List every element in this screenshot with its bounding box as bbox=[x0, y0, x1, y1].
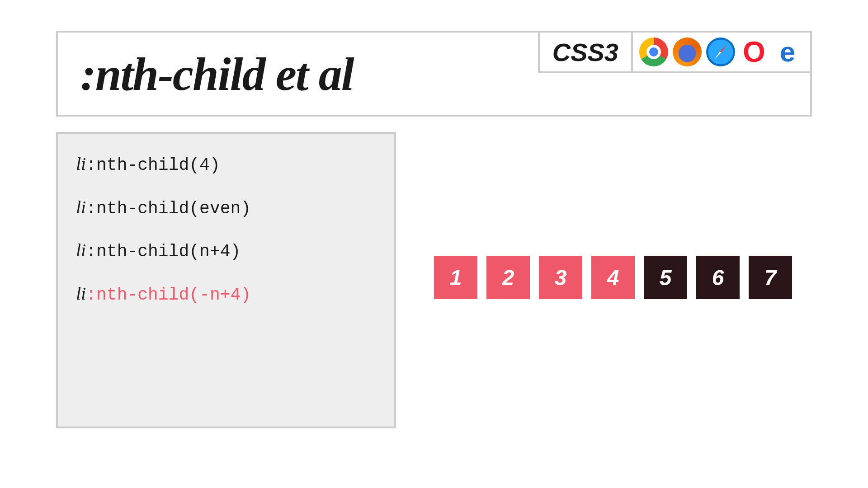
code-line: li:nth-child(n+4) bbox=[76, 240, 376, 262]
code-line: li:nth-child(4) bbox=[76, 154, 376, 175]
spec-label: CSS3 bbox=[538, 33, 631, 73]
browser-support: CSS3 O e bbox=[538, 33, 810, 115]
code-line-active: li:nth-child(-n+4) bbox=[76, 283, 376, 305]
list-item: 7 bbox=[749, 256, 792, 299]
list-item: 5 bbox=[644, 256, 687, 299]
safari-icon bbox=[706, 38, 735, 66]
header: :nth-child et al CSS3 O e bbox=[56, 31, 812, 117]
title-area: :nth-child et al bbox=[58, 33, 538, 115]
code-selector-element: li bbox=[76, 283, 86, 304]
code-selector-pseudo: :nth-child(even) bbox=[86, 199, 251, 218]
list-item: 4 bbox=[591, 256, 635, 299]
code-line: li:nth-child(even) bbox=[76, 197, 376, 219]
list-item: 6 bbox=[696, 256, 740, 299]
firefox-icon bbox=[673, 38, 702, 66]
browser-icons: O e bbox=[631, 33, 810, 73]
chrome-icon bbox=[639, 38, 668, 66]
slide-title: :nth-child et al bbox=[80, 47, 354, 101]
list-item: 3 bbox=[539, 256, 582, 299]
code-selector-pseudo: :nth-child(-n+4) bbox=[86, 285, 251, 305]
code-selector-pseudo: :nth-child(n+4) bbox=[86, 242, 241, 261]
code-selector-element: li bbox=[76, 154, 86, 174]
opera-icon: O bbox=[740, 38, 769, 66]
code-selector-element: li bbox=[76, 197, 86, 217]
list-item: 2 bbox=[486, 256, 530, 299]
code-selector-pseudo: :nth-child(4) bbox=[86, 155, 220, 175]
code-selector-element: li bbox=[76, 240, 86, 260]
number-boxes: 1 2 3 4 5 6 7 bbox=[434, 256, 792, 299]
code-panel: li:nth-child(4) li:nth-child(even) li:nt… bbox=[56, 132, 396, 428]
edge-icon: e bbox=[773, 38, 802, 66]
list-item: 1 bbox=[434, 256, 477, 299]
